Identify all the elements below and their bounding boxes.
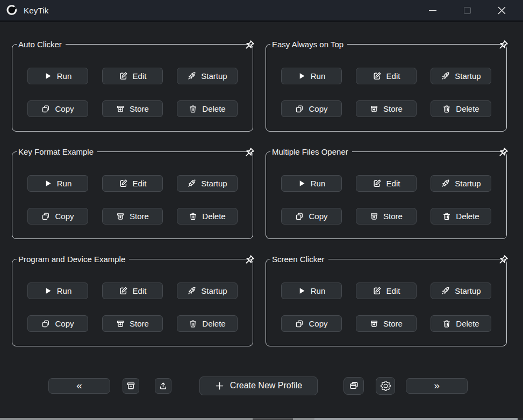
store-button[interactable]: Store	[102, 315, 163, 332]
rocket-icon	[187, 179, 196, 188]
store-button[interactable]: Store	[356, 100, 417, 117]
app-title: KeyTik	[24, 6, 49, 15]
copy-button[interactable]: Copy	[281, 208, 342, 225]
card-buttons: Run Edit	[27, 283, 253, 332]
startup-button[interactable]: Startup	[177, 283, 238, 299]
play-icon	[44, 72, 52, 80]
delete-button-label: Delete	[202, 212, 225, 221]
card-title: Multiple Files Opener	[270, 147, 352, 157]
delete-button[interactable]: Delete	[431, 208, 491, 225]
store-button-label: Store	[130, 212, 149, 221]
rocket-icon	[441, 286, 450, 295]
delete-button-label: Delete	[456, 319, 479, 328]
archive-profiles-button[interactable]	[123, 378, 139, 394]
create-new-profile-button[interactable]: Create New Profile	[199, 376, 318, 395]
card-title: Auto Clicker	[17, 39, 66, 49]
card-buttons: Run Edit	[27, 68, 253, 117]
profile-card: Auto Clicker Run Edit	[12, 39, 253, 135]
card-buttons: Run Edit	[281, 283, 506, 332]
edit-button[interactable]: Edit	[102, 283, 163, 299]
edit-button[interactable]: Edit	[356, 68, 417, 84]
run-button[interactable]: Run	[281, 68, 342, 84]
store-button[interactable]: Store	[356, 315, 417, 332]
delete-button[interactable]: Delete	[431, 315, 491, 332]
copy-icon	[295, 320, 304, 328]
close-button[interactable]	[484, 0, 519, 20]
copy-button[interactable]: Copy	[27, 315, 88, 332]
copy-button-label: Copy	[55, 104, 74, 113]
delete-button-label: Delete	[456, 104, 479, 113]
copy-button-label: Copy	[55, 212, 74, 221]
edit-button[interactable]: Edit	[356, 175, 417, 192]
edit-button[interactable]: Edit	[102, 175, 163, 192]
card-title: Screen Clicker	[270, 254, 328, 264]
store-button[interactable]: Store	[102, 100, 163, 117]
run-button[interactable]: Run	[27, 283, 88, 299]
rocket-icon	[441, 179, 450, 188]
edit-button[interactable]: Edit	[102, 68, 163, 84]
delete-button[interactable]: Delete	[177, 208, 238, 225]
archive-in-icon	[370, 212, 378, 221]
run-button[interactable]: Run	[281, 283, 342, 299]
play-icon	[298, 287, 306, 295]
copy-icon	[295, 212, 304, 221]
card-buttons: Run Edit	[281, 68, 506, 117]
edit-icon	[119, 71, 128, 81]
startup-button-label: Startup	[455, 71, 481, 81]
archive-in-icon	[116, 320, 125, 328]
delete-button[interactable]: Delete	[431, 100, 491, 117]
run-button[interactable]: Run	[281, 175, 342, 192]
maximize-button[interactable]	[450, 0, 484, 20]
profile-card: Multiple Files Opener Run Edit	[266, 147, 507, 242]
copy-icon	[41, 105, 50, 113]
copy-button[interactable]: Copy	[281, 100, 342, 117]
card-title: Program and Device Example	[17, 254, 129, 264]
card-title: Easy Always on Top	[270, 39, 347, 49]
settings-button[interactable]	[376, 377, 395, 395]
startup-button[interactable]: Startup	[177, 175, 238, 192]
store-button-label: Store	[130, 104, 149, 113]
prev-page-button[interactable]: «	[48, 378, 110, 394]
copy-button[interactable]: Copy	[27, 100, 88, 117]
pin-icon[interactable]	[242, 147, 255, 160]
import-profile-button[interactable]	[155, 378, 171, 394]
run-button-label: Run	[311, 71, 326, 81]
run-button[interactable]: Run	[27, 175, 88, 192]
startup-button[interactable]: Startup	[431, 283, 491, 299]
delete-button[interactable]: Delete	[177, 315, 238, 332]
taskbar-edge-highlight	[314, 418, 518, 420]
window-controls	[415, 0, 519, 20]
pin-icon[interactable]	[496, 255, 508, 267]
keytik-logo-icon	[6, 4, 18, 16]
bottom-toolbar: « Create New Profile	[0, 376, 523, 395]
copy-icon	[41, 320, 50, 328]
edit-button[interactable]: Edit	[356, 283, 417, 299]
store-button[interactable]: Store	[102, 208, 163, 225]
minimize-button[interactable]	[415, 0, 450, 20]
startup-button[interactable]: Startup	[177, 68, 238, 84]
copy-button[interactable]: Copy	[27, 208, 88, 225]
pin-icon[interactable]	[496, 40, 508, 52]
archive-in-icon	[370, 105, 378, 113]
store-button[interactable]: Store	[356, 208, 417, 225]
archive-box-icon	[126, 381, 135, 390]
pin-icon[interactable]	[242, 255, 255, 267]
delete-button[interactable]: Delete	[177, 100, 238, 117]
card-title: Key Format Example	[17, 147, 97, 157]
startup-button[interactable]: Startup	[431, 175, 491, 192]
trash-icon	[189, 320, 197, 328]
create-new-profile-label: Create New Profile	[230, 381, 302, 390]
rocket-icon	[187, 71, 196, 81]
store-button-label: Store	[383, 212, 403, 221]
card-buttons: Run Edit	[281, 175, 506, 225]
startup-button[interactable]: Startup	[431, 68, 491, 84]
gear-icon	[381, 381, 391, 391]
next-page-button[interactable]: »	[406, 378, 468, 394]
edit-button-label: Edit	[386, 179, 400, 188]
run-button[interactable]: Run	[27, 68, 88, 84]
copy-button[interactable]: Copy	[281, 315, 342, 332]
multi-window-button[interactable]	[343, 377, 364, 395]
pin-icon[interactable]	[242, 40, 255, 52]
run-button-label: Run	[311, 286, 326, 295]
pin-icon[interactable]	[496, 147, 508, 160]
